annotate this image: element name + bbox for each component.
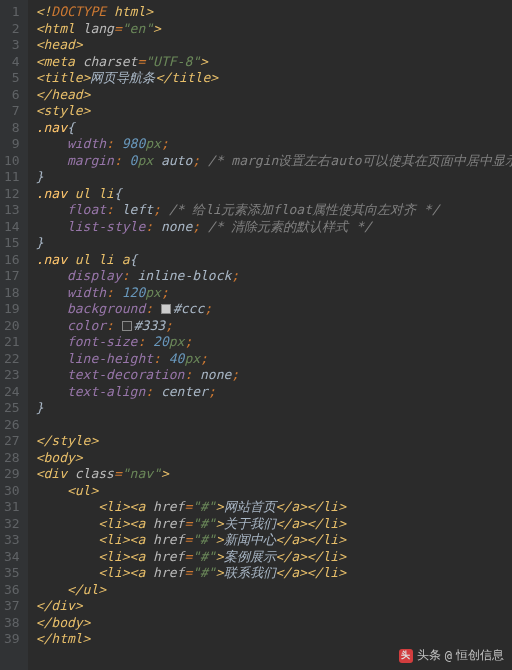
- code-line: <meta charset="UTF-8">: [36, 54, 512, 71]
- line-number: 21: [4, 334, 20, 351]
- code-line: }: [36, 169, 512, 186]
- code-line: <title>网页导航条</title>: [36, 70, 512, 87]
- line-number: 9: [4, 136, 20, 153]
- line-number: 27: [4, 433, 20, 450]
- code-line: <style>: [36, 103, 512, 120]
- line-number: 5: [4, 70, 20, 87]
- code-line: display: inline-block;: [36, 268, 512, 285]
- line-number: 1: [4, 4, 20, 21]
- code-line: width: 980px;: [36, 136, 512, 153]
- line-number: 32: [4, 516, 20, 533]
- line-number: 36: [4, 582, 20, 599]
- code-line: line-height: 40px;: [36, 351, 512, 368]
- code-line: <ul>: [36, 483, 512, 500]
- line-number: 35: [4, 565, 20, 582]
- code-line: font-size: 20px;: [36, 334, 512, 351]
- code-area[interactable]: <!DOCTYPE html><html lang="en"><head><me…: [28, 0, 512, 670]
- line-number: 26: [4, 417, 20, 434]
- line-number: 8: [4, 120, 20, 137]
- line-number: 30: [4, 483, 20, 500]
- line-number: 11: [4, 169, 20, 186]
- code-line: }: [36, 235, 512, 252]
- code-line: width: 120px;: [36, 285, 512, 302]
- line-number: 12: [4, 186, 20, 203]
- line-number-gutter: 1234567891011121314151617181920212223242…: [0, 0, 28, 670]
- line-number: 10: [4, 153, 20, 170]
- code-line: list-style: none; /* 清除元素的默认样式 */: [36, 219, 512, 236]
- code-line: .nav{: [36, 120, 512, 137]
- line-number: 2: [4, 21, 20, 38]
- watermark-at: @: [445, 649, 452, 663]
- code-line: <li><a href="#">关于我们</a></li>: [36, 516, 512, 533]
- code-line: [36, 417, 512, 434]
- code-line: float: left; /* 给li元素添加float属性使其向左对齐 */: [36, 202, 512, 219]
- line-number: 17: [4, 268, 20, 285]
- line-number: 18: [4, 285, 20, 302]
- line-number: 28: [4, 450, 20, 467]
- code-line: </head>: [36, 87, 512, 104]
- code-line: <!DOCTYPE html>: [36, 4, 512, 21]
- watermark-prefix: 头条: [417, 647, 441, 664]
- line-number: 20: [4, 318, 20, 335]
- code-line: margin: 0px auto; /* margin设置左右auto可以使其在…: [36, 153, 512, 170]
- watermark-name: 恒创信息: [456, 647, 504, 664]
- toutiao-logo-icon: 头: [399, 649, 413, 663]
- line-number: 16: [4, 252, 20, 269]
- line-number: 7: [4, 103, 20, 120]
- line-number: 19: [4, 301, 20, 318]
- code-line: <head>: [36, 37, 512, 54]
- line-number: 15: [4, 235, 20, 252]
- code-line: color: #333;: [36, 318, 512, 335]
- line-number: 22: [4, 351, 20, 368]
- code-line: .nav ul li a{: [36, 252, 512, 269]
- code-line: background: #ccc;: [36, 301, 512, 318]
- code-line: <html lang="en">: [36, 21, 512, 38]
- code-line: text-align: center;: [36, 384, 512, 401]
- code-line: </div>: [36, 598, 512, 615]
- code-line: <li><a href="#">案例展示</a></li>: [36, 549, 512, 566]
- code-line: </html>: [36, 631, 512, 648]
- line-number: 39: [4, 631, 20, 648]
- line-number: 38: [4, 615, 20, 632]
- watermark: 头 头条@恒创信息: [399, 647, 504, 664]
- line-number: 24: [4, 384, 20, 401]
- line-number: 33: [4, 532, 20, 549]
- line-number: 14: [4, 219, 20, 236]
- code-line: .nav ul li{: [36, 186, 512, 203]
- line-number: 25: [4, 400, 20, 417]
- line-number: 3: [4, 37, 20, 54]
- code-line: <li><a href="#">网站首页</a></li>: [36, 499, 512, 516]
- code-line: </ul>: [36, 582, 512, 599]
- line-number: 37: [4, 598, 20, 615]
- line-number: 6: [4, 87, 20, 104]
- line-number: 31: [4, 499, 20, 516]
- code-line: text-decoration: none;: [36, 367, 512, 384]
- line-number: 29: [4, 466, 20, 483]
- line-number: 4: [4, 54, 20, 71]
- code-line: <li><a href="#">联系我们</a></li>: [36, 565, 512, 582]
- code-line: </style>: [36, 433, 512, 450]
- code-line: <div class="nav">: [36, 466, 512, 483]
- code-editor: 1234567891011121314151617181920212223242…: [0, 0, 512, 670]
- code-line: <li><a href="#">新闻中心</a></li>: [36, 532, 512, 549]
- code-line: </body>: [36, 615, 512, 632]
- line-number: 13: [4, 202, 20, 219]
- line-number: 34: [4, 549, 20, 566]
- line-number: 23: [4, 367, 20, 384]
- code-line: }: [36, 400, 512, 417]
- code-line: <body>: [36, 450, 512, 467]
